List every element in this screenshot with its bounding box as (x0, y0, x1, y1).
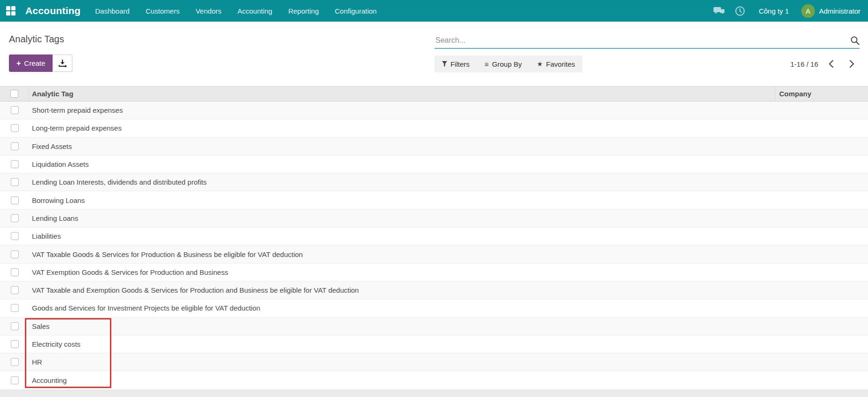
plus-icon: + (16, 59, 21, 68)
menu-item-customers[interactable]: Customers (138, 0, 188, 22)
chevron-right-icon (849, 60, 855, 68)
search-submit[interactable] (847, 36, 860, 45)
menu-item-accounting[interactable]: Accounting (229, 0, 280, 22)
row-checkbox[interactable] (11, 196, 19, 204)
analytic-tag-cell[interactable]: Lending Loan Interests, dividends and di… (29, 178, 775, 186)
row-checkbox[interactable] (11, 376, 19, 384)
action-buttons: + Create (9, 54, 72, 72)
pager-previous-button[interactable] (823, 56, 839, 72)
menu-item-configuration[interactable]: Configuration (327, 0, 385, 22)
row-checkbox[interactable] (11, 286, 19, 294)
footer-strip (0, 390, 868, 397)
analytic-tag-cell[interactable]: Long-term prepaid expenses (29, 124, 775, 132)
row-checkbox[interactable] (11, 304, 19, 312)
select-all-checkbox[interactable] (10, 90, 18, 98)
row-checkbox-cell (0, 264, 29, 281)
group-by-button[interactable]: ≡ Group By (477, 55, 529, 72)
search-input[interactable] (434, 36, 847, 45)
menu-item-vendors[interactable]: Vendors (187, 0, 229, 22)
search-options-bar: Filters ≡ Group By ★ Favorites (434, 55, 582, 72)
table-row[interactable]: Electricity costs (0, 335, 868, 353)
pager-next-button[interactable] (844, 56, 860, 72)
analytic-tag-cell[interactable]: Sales (29, 322, 775, 330)
analytic-tag-cell[interactable]: Liquidation Assets (29, 160, 775, 168)
table-row[interactable]: Sales (0, 318, 868, 335)
favorites-button[interactable]: ★ Favorites (529, 55, 582, 72)
table-row[interactable]: Liabilities (0, 227, 868, 245)
analytic-tag-cell[interactable]: Fixed Assets (29, 142, 775, 150)
analytic-tags-list: Analytic Tag Company Short-term prepaid … (0, 86, 868, 389)
row-checkbox[interactable] (11, 322, 19, 330)
analytic-tag-cell[interactable]: VAT Taxable Goods & Services for Product… (29, 250, 775, 258)
row-checkbox[interactable] (11, 358, 19, 366)
table-row[interactable]: Short-term prepaid expenses (0, 101, 868, 119)
group-by-icon: ≡ (485, 60, 489, 68)
row-checkbox-cell (0, 245, 29, 263)
menu-item-reporting[interactable]: Reporting (280, 0, 327, 22)
row-checkbox[interactable] (11, 106, 19, 114)
table-row[interactable]: Borrowing Loans (0, 191, 868, 209)
analytic-tag-cell[interactable]: HR (29, 358, 775, 366)
app-brand[interactable]: Accounting (25, 5, 81, 16)
analytic-tag-cell[interactable]: Liabilities (29, 232, 775, 240)
company-cell (775, 156, 868, 173)
filters-label: Filters (450, 60, 470, 68)
row-checkbox[interactable] (11, 124, 19, 132)
analytic-tag-cell[interactable]: Goods and Services for Investment Projec… (29, 304, 775, 312)
row-checkbox[interactable] (11, 214, 19, 222)
filters-button[interactable]: Filters (434, 55, 477, 72)
row-checkbox-cell (0, 227, 29, 245)
table-row[interactable]: Goods and Services for Investment Projec… (0, 299, 868, 317)
company-cell (775, 245, 868, 263)
company-switcher[interactable]: Công ty 1 (750, 7, 801, 15)
row-checkbox[interactable] (11, 340, 19, 348)
analytic-tag-cell[interactable]: VAT Taxable and Exemption Goods & Servic… (29, 286, 775, 294)
company-cell (775, 264, 868, 281)
row-checkbox-cell (0, 191, 29, 209)
user-menu[interactable]: A Administrator (801, 4, 860, 18)
favorites-label: Favorites (546, 60, 575, 68)
analytic-tag-cell[interactable]: VAT Exemption Goods & Services for Produ… (29, 268, 775, 276)
table-row[interactable]: Accounting (0, 371, 868, 389)
company-cell (775, 101, 868, 119)
analytic-tag-cell[interactable]: Lending Loans (29, 214, 775, 222)
messages-button[interactable] (709, 0, 729, 22)
row-checkbox[interactable] (11, 250, 19, 258)
row-checkbox-cell (0, 210, 29, 227)
table-row[interactable]: VAT Taxable and Exemption Goods & Servic… (0, 281, 868, 299)
export-button[interactable] (53, 54, 72, 72)
table-row[interactable]: VAT Taxable Goods & Services for Product… (0, 245, 868, 263)
activities-button[interactable] (729, 0, 750, 22)
row-checkbox-cell (0, 156, 29, 173)
table-row[interactable]: Lending Loan Interests, dividends and di… (0, 173, 868, 191)
table-row[interactable]: HR (0, 353, 868, 371)
row-checkbox[interactable] (11, 160, 19, 168)
search-bar (434, 33, 860, 49)
apps-menu-button[interactable] (0, 0, 22, 22)
column-header-company[interactable]: Company (775, 86, 868, 101)
row-checkbox[interactable] (11, 142, 19, 150)
analytic-tag-cell[interactable]: Short-term prepaid expenses (29, 106, 775, 114)
chat-bubbles-icon (713, 7, 725, 16)
apps-grid-icon (6, 6, 16, 16)
row-checkbox-cell (0, 138, 29, 155)
pager-range[interactable]: 1-16 / 16 (790, 60, 818, 68)
column-header-analytic-tag[interactable]: Analytic Tag (29, 90, 775, 98)
row-checkbox[interactable] (11, 268, 19, 276)
table-row[interactable]: Long-term prepaid expenses (0, 119, 868, 137)
table-row[interactable]: Lending Loans (0, 210, 868, 227)
create-button-label: Create (24, 59, 45, 67)
analytic-tag-cell[interactable]: Accounting (29, 376, 775, 384)
navbar-right: Công ty 1 A Administrator (709, 0, 868, 22)
analytic-tag-cell[interactable]: Borrowing Loans (29, 196, 775, 204)
create-button[interactable]: + Create (9, 54, 53, 72)
table-row[interactable]: VAT Exemption Goods & Services for Produ… (0, 264, 868, 281)
analytic-tag-cell[interactable]: Electricity costs (29, 340, 775, 348)
table-row[interactable]: Fixed Assets (0, 138, 868, 156)
menu-item-dashboard[interactable]: Dashboard (87, 0, 138, 22)
row-checkbox[interactable] (11, 178, 19, 186)
row-checkbox[interactable] (11, 232, 19, 240)
chevron-left-icon (828, 60, 834, 68)
company-cell (775, 138, 868, 155)
table-row[interactable]: Liquidation Assets (0, 156, 868, 173)
